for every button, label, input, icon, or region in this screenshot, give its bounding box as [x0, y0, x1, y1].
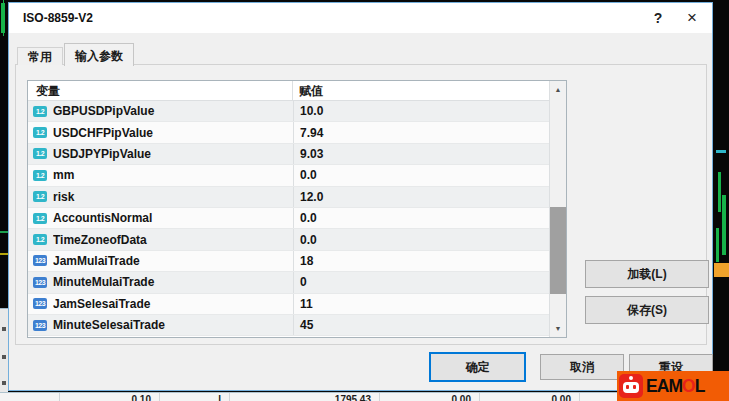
- tab-input-parameters[interactable]: 输入参数: [64, 43, 134, 66]
- param-type-icon: 1.2: [33, 106, 47, 117]
- cancel-button[interactable]: 取消: [540, 354, 624, 380]
- param-value[interactable]: 0.0: [293, 208, 549, 228]
- param-name: mm: [53, 168, 293, 182]
- param-value[interactable]: 12.0: [293, 187, 549, 207]
- candle-green: [718, 172, 721, 212]
- table-row[interactable]: 1.2 TimeZoneofData 0.0: [28, 229, 549, 250]
- table-row[interactable]: 123 MinuteSelesaiTrade 45: [28, 315, 549, 336]
- help-icon[interactable]: ?: [644, 3, 672, 33]
- param-type-icon: 1.2: [33, 148, 47, 159]
- table-header: 变量 赋值: [28, 81, 549, 101]
- param-value[interactable]: 0.0: [293, 165, 549, 185]
- terminal-panel-edge: [0, 308, 8, 392]
- param-name: GBPUSDPipValue: [53, 104, 293, 118]
- param-value[interactable]: 11: [293, 294, 549, 314]
- scroll-up-icon[interactable]: ▲: [550, 81, 566, 98]
- terminal-cell: 0.10: [60, 393, 160, 401]
- terminal-cell: 1795.43: [230, 393, 380, 401]
- ok-button[interactable]: 确定: [429, 352, 526, 382]
- chart-line-green: [0, 231, 8, 233]
- column-header-variable: 变量: [28, 81, 293, 100]
- param-name: AccountisNormal: [53, 211, 293, 225]
- chart-background-right: [714, 0, 729, 392]
- param-name: risk: [53, 190, 293, 204]
- param-name: JamSelesaiTrade: [53, 297, 293, 311]
- candle-green: [1, 3, 5, 33]
- table-row[interactable]: 1.2 GBPUSDPipValue 10.0: [28, 101, 549, 122]
- param-type-icon: 1.2: [33, 170, 47, 181]
- param-value[interactable]: 0.0: [293, 229, 549, 249]
- param-name: USDCHFPipValue: [53, 126, 293, 140]
- terminal-cell: 0.00: [380, 393, 480, 401]
- param-type-icon: 123: [33, 320, 47, 331]
- param-type-icon: 123: [33, 298, 47, 309]
- terminal-cell: 0.00: [480, 393, 580, 401]
- screen: 0.10 l 1795.43 0.00 0.00 1795.74 0.00 IS…: [0, 0, 729, 401]
- table-row[interactable]: 123 JamSelesaiTrade 11: [28, 294, 549, 315]
- param-type-icon: 1.2: [33, 234, 47, 245]
- param-name: JamMulaiTrade: [53, 254, 293, 268]
- brand-text: EAMOL: [646, 375, 705, 397]
- param-value[interactable]: 9.03: [293, 144, 549, 164]
- param-value[interactable]: 7.94: [293, 122, 549, 142]
- column-header-value: 赋值: [293, 81, 549, 100]
- vertical-scrollbar[interactable]: ▲ ▼: [549, 81, 566, 337]
- input-parameters-page: 变量 赋值 1.2 GBPUSDPipValue 10.0 1.2 USDCHF…: [15, 64, 707, 345]
- tab-common[interactable]: 常用: [17, 47, 63, 65]
- param-name: USDJPYPipValue: [53, 147, 293, 161]
- close-icon[interactable]: ×: [678, 3, 706, 33]
- save-button[interactable]: 保存(S): [585, 296, 709, 324]
- param-type-icon: 1.2: [33, 127, 47, 138]
- table-row[interactable]: 1.2 mm 0.0: [28, 165, 549, 186]
- scroll-down-icon[interactable]: ▼: [550, 320, 566, 337]
- table-row[interactable]: 1.2 AccountisNormal 0.0: [28, 208, 549, 229]
- ea-properties-dialog: ISO-8859-V2 ? × 常用 输入参数 变量 赋值 1.2 GBPUSD…: [8, 2, 713, 391]
- terminal-cell: [0, 393, 60, 401]
- param-value[interactable]: 45: [293, 315, 549, 335]
- param-name: TimeZoneofData: [53, 233, 293, 247]
- parameters-table: 变量 赋值 1.2 GBPUSDPipValue 10.0 1.2 USDCHF…: [27, 80, 567, 338]
- table-row[interactable]: 1.2 risk 12.0: [28, 187, 549, 208]
- table-body: 1.2 GBPUSDPipValue 10.0 1.2 USDCHFPipVal…: [28, 101, 549, 336]
- eamol-watermark: EAMOL: [617, 371, 729, 401]
- table-row[interactable]: 1.2 USDCHFPipValue 7.94: [28, 122, 549, 143]
- chart-mark-teal: [716, 150, 726, 153]
- chart-line-yellow: [0, 253, 8, 255]
- terminal-cell: l: [160, 393, 230, 401]
- table-row[interactable]: 123 JamMulaiTrade 18: [28, 251, 549, 272]
- titlebar: ISO-8859-V2 ? ×: [9, 3, 712, 33]
- chart-background-left: [0, 0, 8, 401]
- price-tag: [714, 263, 729, 277]
- param-name: MinuteMulaiTrade: [53, 275, 293, 289]
- param-value[interactable]: 0: [293, 272, 549, 292]
- window-title: ISO-8859-V2: [23, 3, 93, 33]
- param-value[interactable]: 18: [293, 251, 549, 271]
- load-button[interactable]: 加载(L): [585, 260, 709, 288]
- table-row[interactable]: 1.2 USDJPYPipValue 9.03: [28, 144, 549, 165]
- table-row[interactable]: 123 MinuteMulaiTrade 0: [28, 272, 549, 293]
- param-type-icon: 123: [33, 277, 47, 288]
- scrollbar-thumb[interactable]: [550, 207, 566, 294]
- param-type-icon: 1.2: [33, 191, 47, 202]
- param-name: MinuteSelesaiTrade: [53, 318, 293, 332]
- param-type-icon: 1.2: [33, 213, 47, 224]
- candle-green: [722, 195, 726, 255]
- robot-icon: [619, 374, 643, 398]
- param-value[interactable]: 10.0: [293, 101, 549, 121]
- candle-green: [716, 228, 719, 262]
- param-type-icon: 123: [33, 255, 47, 266]
- tabstrip: 常用 输入参数: [17, 42, 135, 65]
